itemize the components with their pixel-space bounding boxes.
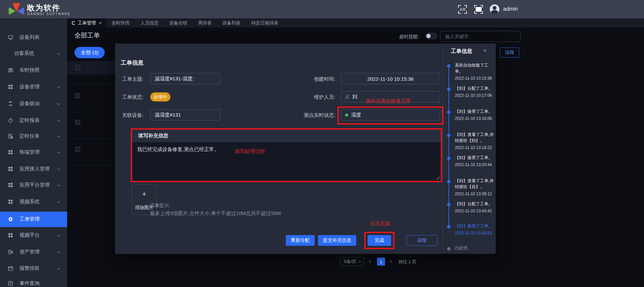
complete-button[interactable]: 完成 (368, 235, 391, 246)
tab-workorder-active[interactable]: 工单管理 × (67, 18, 106, 27)
grid-icon (8, 199, 13, 204)
search-input[interactable] (440, 31, 521, 42)
tab-personnel-info[interactable]: 人员信息 (135, 18, 164, 27)
misreport-button[interactable]: 误报 (407, 235, 437, 246)
timeline-entry: 【刘】分配了工单。2022-11-10 10:17:06 (455, 85, 494, 98)
timeline-dot (447, 134, 450, 137)
timeline-entry: 系统自动创建了工单。2022-11-10 10:15:36 (455, 62, 494, 81)
page-size-select[interactable]: 5条/页 (340, 257, 364, 266)
sidebar-item-realtime-snapshot[interactable]: 实时快照 (0, 63, 67, 78)
chevron-down-icon (57, 52, 60, 55)
supplement-textarea[interactable]: 我已经完成设备修复,测点已经正常。 (137, 146, 426, 153)
chevron-down-icon (57, 200, 60, 203)
status-badge: 处理中 (150, 92, 170, 101)
close-icon[interactable]: × (483, 47, 487, 54)
sidebar-item-device-list[interactable]: 设备列表 (0, 30, 67, 45)
page-title: 全部工单 (74, 31, 100, 40)
timeout-toggle[interactable] (425, 33, 437, 39)
row-checkbox[interactable] (75, 93, 80, 98)
filter-all-pill[interactable]: 全部 (3) (74, 47, 105, 58)
device-input[interactable]: 温湿度#131 (150, 109, 221, 121)
sidebar-item-alarm-schedule[interactable]: 报警排班 (0, 261, 67, 276)
sidebar-item-workorder-mgmt[interactable]: 工单管理 (0, 212, 67, 227)
timeline-entry: 【刘】接受了工单。2022-11-10 13:20:44 (455, 155, 494, 167)
resize-handle-icon[interactable] (436, 176, 440, 180)
grid-icon (8, 166, 13, 171)
chevron-down-icon (57, 150, 60, 154)
tab-special-date-schedule[interactable]: 特定日期排表 (246, 18, 284, 27)
timeline-dot (447, 225, 450, 228)
sidebar-item-app-platform-mgmt[interactable]: 应用平台管理 (0, 177, 67, 193)
top-header: 敢为软件 GANWEI SOFTWARE 全屏 admin (0, 0, 644, 18)
upload-tip-text: 最多上传3张图片,文件大小,单个不超过10M总共不超过50M (150, 210, 281, 217)
tab-realtime-snapshot[interactable]: 实时快照 (106, 18, 135, 27)
subject-label: 工单主题: (101, 76, 144, 82)
sidebar: 设备列表 访客系统 实时快照 设备管理 设备联动 定时报表 定时任务 终端管理 (0, 18, 67, 287)
tab-close-icon[interactable]: × (99, 20, 102, 25)
username[interactable]: admin (503, 6, 518, 12)
sidebar-item-video-platform[interactable]: 视频平台 (0, 228, 67, 243)
row-checkbox[interactable] (75, 147, 80, 152)
fullscreen-icon[interactable]: 全屏 (458, 5, 467, 14)
timeline-dot (447, 111, 450, 114)
assignee-label: 维护人员: (282, 94, 335, 100)
timeline-entry-highlighted: 【刘】接受了工单。2022-11-10 13:43:53 (455, 223, 494, 235)
brand-subtitle: GANWEI SOFTWARE (27, 12, 71, 16)
grid-icon (8, 233, 13, 238)
timer-icon (8, 118, 13, 123)
chevron-down-icon (57, 119, 60, 122)
timeline-title: 工单信息 (451, 48, 472, 55)
plus-icon: + (132, 190, 156, 199)
timeline-dot (447, 180, 450, 183)
select-all-checkbox[interactable] (75, 65, 80, 70)
current-page[interactable]: 1 (377, 258, 385, 266)
timeline-entry: 【刘】接受了工单。2022-11-10 13:18:06 (455, 109, 494, 121)
sidebar-item-visitor-system[interactable]: 访客系统 (0, 46, 67, 61)
grid-icon (8, 84, 13, 89)
annotation-fill-note: 填写处理过程 (235, 148, 265, 155)
sidebar-item-timed-task[interactable]: 定时任务 (0, 129, 67, 144)
prev-page-button[interactable]: ‹ (369, 258, 371, 265)
capture-icon[interactable] (474, 5, 483, 14)
submit-supplement-button[interactable]: 提交补充信息 (318, 235, 356, 246)
chevron-down-icon (57, 102, 60, 105)
refresh-icon[interactable] (72, 21, 75, 25)
goto-page[interactable]: 前往 1 页 (398, 259, 416, 265)
status-label: 工单状态: (101, 94, 144, 100)
next-page-button[interactable]: › (390, 258, 392, 265)
supplement-header: 填写补充信息 (132, 130, 441, 142)
misreport-top-button[interactable]: 误报 (500, 48, 519, 58)
subject-input[interactable]: 温湿度#131-湿度: (150, 73, 221, 84)
sidebar-item-device-linkage[interactable]: 设备联动 (0, 96, 67, 112)
timeline-dot (447, 203, 450, 206)
camera-icon (8, 68, 13, 73)
tab-device-group[interactable]: 设备分组 (164, 18, 193, 27)
created-time-input[interactable]: 2022-11-10 10:15:36 (341, 73, 440, 84)
reassign-button[interactable]: 重新分配 (286, 235, 315, 246)
created-label: 创建时间: (282, 76, 335, 82)
linkage-icon (8, 101, 13, 106)
chevron-down-icon (57, 167, 60, 170)
dialog-title: 工单信息 (121, 59, 144, 67)
sidebar-item-event-query[interactable]: 事件查询 (0, 276, 67, 287)
sidebar-item-asset-mgmt[interactable]: 资产管理 (0, 244, 67, 260)
chevron-down-icon (57, 233, 60, 237)
sidebar-item-timed-report[interactable]: 定时报表 (0, 113, 67, 128)
point-status-input[interactable]: 湿度 (341, 109, 440, 121)
tab-week-schedule[interactable]: 周排表 (193, 18, 217, 27)
timeline-entry: 【刘】分配了工单。2022-11-10 13:43:42 (455, 201, 494, 213)
upload-tip-title: 温馨提示: (150, 203, 170, 209)
sidebar-item-terminal-mgmt[interactable]: 终端管理 (0, 145, 67, 160)
tab-device-list[interactable]: 设备列表 (217, 18, 246, 27)
avatar[interactable] (490, 4, 499, 14)
row-checkbox[interactable] (75, 120, 80, 125)
person-icon (345, 95, 349, 99)
timeline-dot (447, 87, 450, 91)
timeline-entry: 【刘】查看了工单,并转派给【肖】。2022-11-10 13:39:12 (455, 178, 494, 196)
annotation-point-note: 操作后测点恢复正常 (366, 98, 411, 104)
sidebar-item-video-system[interactable]: 视频系统 (0, 194, 67, 210)
timeout-reminder-label: 超时提醒: (399, 34, 419, 40)
sidebar-item-app-access-mgmt[interactable]: 应用接入管理 (0, 161, 67, 177)
timeline-entry: 【刘】查看了工单,并转派给【刘】。2022-11-10 13:18:22 (455, 132, 494, 150)
sidebar-item-device-mgmt[interactable]: 设备管理 (0, 79, 67, 95)
